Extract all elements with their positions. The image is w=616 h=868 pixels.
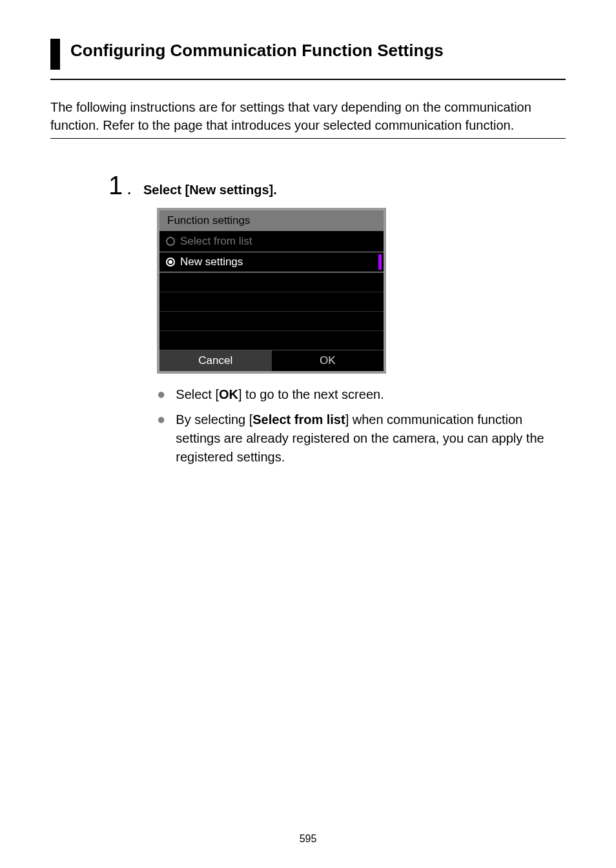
intro-underline	[50, 138, 566, 139]
camera-screenshot: Function settings Select from list New s…	[157, 208, 566, 374]
camera-screen: Function settings Select from list New s…	[157, 208, 386, 374]
bullet-icon: ●	[157, 410, 165, 467]
bullet-item: ● Select [OK] to go to the next screen.	[157, 385, 566, 404]
ok-button: OK	[272, 350, 384, 371]
step-title: Select [New settings].	[143, 183, 277, 201]
blank-row	[159, 272, 384, 292]
camera-footer: Cancel OK	[159, 350, 384, 371]
blank-row	[159, 311, 384, 330]
selection-highlight-bar	[378, 254, 382, 270]
blank-row	[159, 292, 384, 311]
page-number: 595	[0, 833, 616, 845]
bullet-text: By selecting [Select from list] when com…	[176, 410, 566, 467]
page-title: Configuring Communication Function Setti…	[70, 39, 566, 70]
step-heading: 1 . Select [New settings].	[108, 171, 566, 201]
title-underline	[50, 79, 566, 80]
bullet-list: ● Select [OK] to go to the next screen. …	[157, 385, 566, 467]
radio-unchecked-icon	[166, 237, 175, 246]
option-select-from-list: Select from list	[159, 231, 384, 252]
step-number: 1	[108, 171, 123, 200]
step-number-dot: .	[127, 178, 132, 199]
blank-rows	[159, 272, 384, 350]
option-new-settings: New settings	[159, 252, 384, 272]
blank-row	[159, 330, 384, 350]
camera-screen-header: Function settings	[159, 210, 384, 231]
page-title-block: Configuring Communication Function Setti…	[50, 39, 566, 70]
bullet-item: ● By selecting [Select from list] when c…	[157, 410, 566, 467]
option-label: New settings	[180, 256, 243, 268]
intro-paragraph: The following instructions are for setti…	[50, 98, 566, 134]
radio-checked-icon	[166, 257, 175, 267]
option-label: Select from list	[180, 235, 252, 248]
bullet-icon: ●	[157, 385, 165, 404]
bullet-text: Select [OK] to go to the next screen.	[176, 385, 566, 404]
cancel-button: Cancel	[159, 350, 272, 371]
